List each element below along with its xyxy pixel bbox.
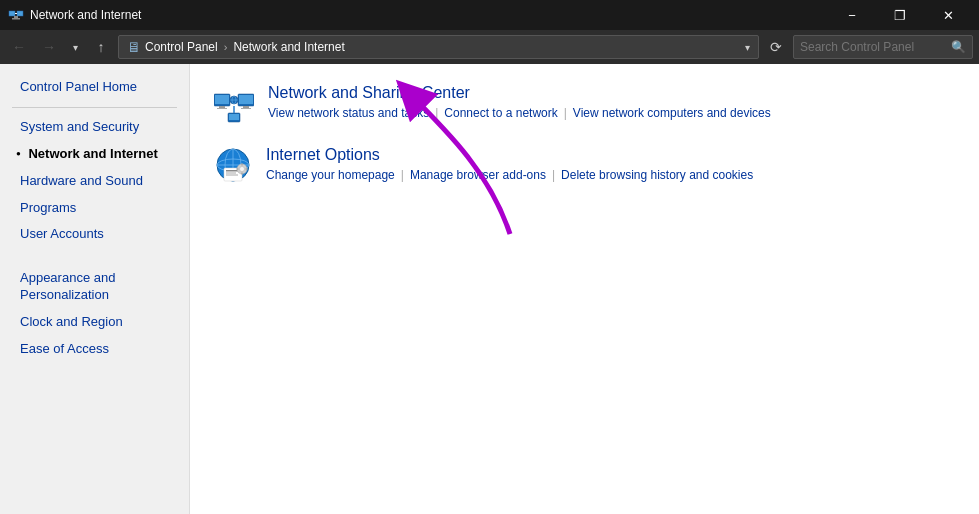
svg-rect-28	[226, 175, 238, 176]
svg-rect-18	[229, 114, 239, 120]
sidebar-item-hardware-sound[interactable]: Hardware and Sound	[0, 168, 189, 195]
breadcrumb-control-panel[interactable]: Control Panel	[145, 40, 218, 54]
restore-button[interactable]: ❐	[877, 0, 923, 30]
svg-rect-10	[239, 95, 253, 104]
view-computers-link[interactable]: View network computers and devices	[573, 106, 771, 120]
svg-rect-32	[241, 173, 243, 175]
sidebar: Control Panel Home System and Security N…	[0, 64, 190, 514]
back-button[interactable]: ←	[6, 34, 32, 60]
svg-rect-12	[241, 108, 251, 109]
title-bar: Network and Internet − ❐ ✕	[0, 0, 979, 30]
sidebar-item-user-accounts[interactable]: User Accounts	[0, 221, 189, 248]
network-sharing-info: Network and Sharing Center View network …	[268, 84, 771, 120]
svg-rect-31	[241, 164, 243, 166]
address-bar: ← → ▾ ↑ 🖥 Control Panel › Network and In…	[0, 30, 979, 64]
internet-options-title[interactable]: Internet Options	[266, 146, 753, 164]
search-input[interactable]	[800, 40, 947, 54]
network-sharing-links: View network status and tasks | Connect …	[268, 106, 771, 120]
sidebar-item-programs[interactable]: Programs	[0, 195, 189, 222]
connect-network-link[interactable]: Connect to a network	[444, 106, 557, 120]
svg-rect-8	[217, 108, 227, 109]
svg-rect-33	[237, 168, 239, 170]
up-button[interactable]: ↑	[88, 34, 114, 60]
sidebar-item-ease-access[interactable]: Ease of Access	[0, 336, 189, 363]
network-sharing-icon	[214, 84, 254, 124]
sidebar-item-home[interactable]: Control Panel Home	[0, 74, 189, 101]
history-dropdown[interactable]: ▾	[66, 34, 84, 60]
title-bar-controls: − ❐ ✕	[829, 0, 971, 30]
svg-rect-1	[17, 11, 23, 16]
content-area: Network and Sharing Center View network …	[190, 64, 979, 514]
forward-button[interactable]: →	[36, 34, 62, 60]
delete-history-link[interactable]: Delete browsing history and cookies	[561, 168, 753, 182]
sidebar-item-network-internet[interactable]: Network and Internet	[0, 141, 189, 168]
path-separator-1: ›	[224, 41, 228, 53]
search-box[interactable]: 🔍	[793, 35, 973, 59]
path-icon: 🖥	[127, 39, 141, 55]
manage-addons-link[interactable]: Manage browser add-ons	[410, 168, 546, 182]
svg-rect-0	[9, 11, 15, 16]
svg-point-30	[240, 167, 245, 172]
category-internet-options: Internet Options Change your homepage | …	[214, 146, 955, 184]
search-icon[interactable]: 🔍	[951, 40, 966, 54]
internet-options-icon	[214, 146, 252, 184]
main-layout: Control Panel Home System and Security N…	[0, 64, 979, 514]
sidebar-item-appearance[interactable]: Appearance and Personalization	[0, 248, 189, 309]
svg-rect-11	[243, 106, 249, 108]
view-status-link[interactable]: View network status and tasks	[268, 106, 429, 120]
address-path: 🖥 Control Panel › Network and Internet ▾	[118, 35, 759, 59]
close-button[interactable]: ✕	[925, 0, 971, 30]
sidebar-item-clock-region[interactable]: Clock and Region	[0, 309, 189, 336]
svg-rect-3	[14, 16, 18, 18]
svg-rect-4	[12, 18, 20, 20]
svg-rect-7	[219, 106, 225, 108]
sidebar-divider	[12, 107, 177, 108]
internet-options-links: Change your homepage | Manage browser ad…	[266, 168, 753, 182]
breadcrumb-network-internet[interactable]: Network and Internet	[233, 40, 344, 54]
window-icon	[8, 7, 24, 23]
refresh-button[interactable]: ⟳	[763, 34, 789, 60]
title-bar-left: Network and Internet	[8, 7, 141, 23]
window-title: Network and Internet	[30, 8, 141, 22]
sidebar-item-system-security[interactable]: System and Security	[0, 114, 189, 141]
minimize-button[interactable]: −	[829, 0, 875, 30]
path-dropdown-arrow[interactable]: ▾	[745, 42, 750, 53]
internet-options-info: Internet Options Change your homepage | …	[266, 146, 753, 182]
category-network-sharing: Network and Sharing Center View network …	[214, 84, 955, 124]
svg-rect-27	[226, 173, 236, 174]
svg-rect-34	[246, 168, 248, 170]
svg-rect-6	[215, 95, 229, 104]
network-sharing-title[interactable]: Network and Sharing Center	[268, 84, 771, 102]
change-homepage-link[interactable]: Change your homepage	[266, 168, 395, 182]
